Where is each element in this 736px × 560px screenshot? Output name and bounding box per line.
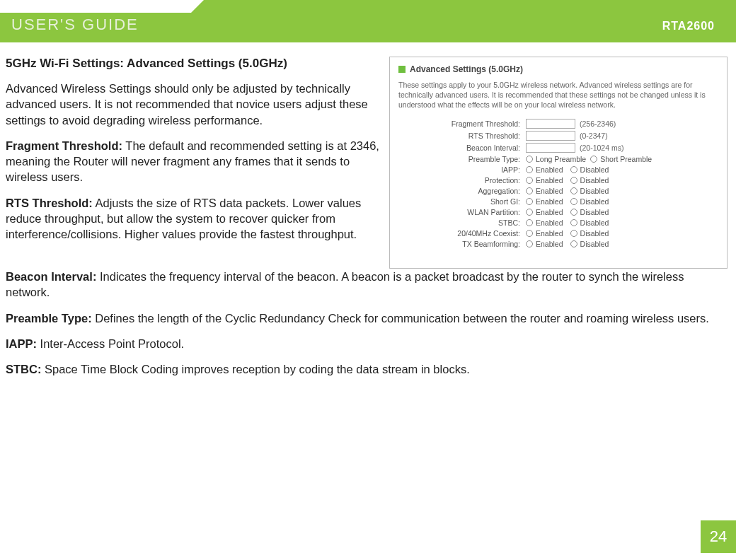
preamble-paragraph: Preamble Type: Defines the length of the…: [6, 310, 728, 326]
lbl-wlan: WLAN Partition:: [441, 208, 526, 216]
radio-icon[interactable]: [570, 187, 577, 194]
row-shortgi: Short GI: Enabled Disabled: [441, 197, 718, 206]
iapp-paragraph: IAPP: Inter-Access Point Protocol.: [6, 336, 728, 351]
stbc-label: STBC:: [6, 363, 41, 375]
row-preamble: Preamble Type: Long Preamble Short Pream…: [441, 155, 718, 163]
radio-icon[interactable]: [570, 166, 577, 173]
radio-icon[interactable]: [570, 198, 577, 205]
hint-fragment: (256-2346): [580, 119, 616, 128]
preamble-text: Defines the length of the Cyclic Redunda…: [92, 312, 709, 325]
input-rts[interactable]: [526, 131, 575, 141]
opt-protection-enabled: Enabled: [536, 176, 563, 185]
page-number: 24: [701, 520, 736, 553]
row-iapp: IAPP: Enabled Disabled: [441, 165, 718, 174]
opt-protection-disabled: Disabled: [580, 176, 609, 185]
opt-txbeam-enabled: Enabled: [536, 240, 563, 248]
beacon-label: Beacon Interval:: [6, 270, 96, 283]
row-aggregation: Aggregation: Enabled Disabled: [441, 187, 718, 195]
radio-icon[interactable]: [570, 230, 577, 237]
screenshot-description: These settings apply to your 5.0GHz wire…: [398, 80, 718, 110]
doc-title: USER'S GUIDE: [11, 16, 139, 34]
green-square-icon: [398, 66, 406, 73]
section-title: 5GHz Wi-Fi Settings: Advanced Settings (…: [6, 57, 382, 71]
radio-icon[interactable]: [526, 177, 533, 184]
opt-stbc-enabled: Enabled: [536, 218, 563, 227]
opt-shortgi-disabled: Disabled: [580, 197, 609, 206]
radio-icon[interactable]: [526, 156, 533, 163]
opt-long-preamble: Long Preamble: [536, 155, 586, 163]
radio-icon[interactable]: [526, 166, 533, 173]
row-protection: Protection: Enabled Disabled: [441, 176, 718, 185]
screenshot-title: Advanced Settings (5.0GHz): [410, 64, 523, 74]
fragment-paragraph: Fragment Threshold: The default and reco…: [6, 138, 382, 185]
row-rts: RTS Threshold: (0-2347): [441, 131, 718, 141]
row-coexist: 20/40MHz Coexist: Enabled Disabled: [441, 229, 718, 238]
beacon-paragraph: Beacon Interval: Indicates the frequency…: [6, 269, 728, 301]
row-fragment: Fragment Threshold: (256-2346): [441, 119, 718, 129]
lbl-protection: Protection:: [441, 176, 526, 185]
radio-icon[interactable]: [590, 156, 597, 163]
fragment-label: Fragment Threshold:: [6, 139, 122, 152]
header-tab-decoration: [0, 0, 191, 13]
iapp-text: Inter-Access Point Protocol.: [37, 337, 184, 350]
radio-icon[interactable]: [526, 240, 533, 247]
lbl-fragment: Fragment Threshold:: [441, 119, 526, 128]
hint-beacon: (20-1024 ms): [580, 144, 623, 152]
radio-icon[interactable]: [526, 219, 533, 226]
opt-iapp-disabled: Disabled: [580, 165, 609, 174]
opt-coexist-enabled: Enabled: [536, 229, 563, 238]
intro-paragraph: Advanced Wireless Settings should only b…: [6, 81, 382, 128]
input-fragment[interactable]: [526, 119, 575, 129]
settings-screenshot: Advanced Settings (5.0GHz) These setting…: [389, 57, 728, 269]
radio-icon[interactable]: [526, 198, 533, 205]
opt-txbeam-disabled: Disabled: [580, 240, 609, 248]
hint-rts: (0-2347): [580, 132, 608, 140]
rts-label: RTS Threshold:: [6, 197, 93, 209]
radio-icon[interactable]: [570, 219, 577, 226]
lbl-coexist: 20/40MHz Coexist:: [441, 229, 526, 238]
opt-aggregation-disabled: Disabled: [580, 187, 609, 195]
lbl-iapp: IAPP:: [441, 165, 526, 174]
radio-icon[interactable]: [526, 209, 533, 216]
body-left-column: 5GHz Wi-Fi Settings: Advanced Settings (…: [6, 57, 382, 269]
radio-icon[interactable]: [570, 209, 577, 216]
lbl-beacon: Beacon Interval:: [441, 144, 526, 152]
opt-stbc-disabled: Disabled: [580, 218, 609, 227]
lbl-stbc: STBC:: [441, 218, 526, 227]
row-txbeam: TX Beamforming: Enabled Disabled: [441, 240, 718, 248]
screenshot-title-row: Advanced Settings (5.0GHz): [398, 64, 718, 74]
opt-shortgi-enabled: Enabled: [536, 197, 563, 206]
lbl-txbeam: TX Beamforming:: [441, 240, 526, 248]
lbl-aggregation: Aggregation:: [441, 187, 526, 195]
radio-icon[interactable]: [526, 230, 533, 237]
input-beacon[interactable]: [526, 143, 575, 153]
lbl-preamble: Preamble Type:: [441, 155, 526, 163]
opt-wlan-disabled: Disabled: [580, 208, 609, 216]
preamble-label: Preamble Type:: [6, 312, 92, 325]
opt-iapp-enabled: Enabled: [536, 165, 563, 174]
model-number: RTA2600: [662, 20, 715, 33]
lbl-rts: RTS Threshold:: [441, 132, 526, 140]
lbl-shortgi: Short GI:: [441, 197, 526, 206]
radio-icon[interactable]: [570, 177, 577, 184]
row-wlan: WLAN Partition: Enabled Disabled: [441, 208, 718, 216]
opt-coexist-disabled: Disabled: [580, 229, 609, 238]
stbc-text: Space Time Block Coding improves recepti…: [41, 363, 469, 375]
row-stbc: STBC: Enabled Disabled: [441, 218, 718, 227]
screenshot-form: Fragment Threshold: (256-2346) RTS Thres…: [398, 119, 718, 248]
radio-icon[interactable]: [570, 240, 577, 247]
stbc-paragraph: STBC: Space Time Block Coding improves r…: [6, 361, 728, 377]
iapp-label: IAPP:: [6, 337, 37, 350]
opt-aggregation-enabled: Enabled: [536, 187, 563, 195]
opt-wlan-enabled: Enabled: [536, 208, 563, 216]
rts-paragraph: RTS Threshold: Adjusts the size of RTS d…: [6, 195, 382, 243]
row-beacon: Beacon Interval: (20-1024 ms): [441, 143, 718, 153]
opt-short-preamble: Short Preamble: [600, 155, 652, 163]
page-header: USER'S GUIDE RTA2600: [0, 0, 736, 42]
beacon-text: Indicates the frequency interval of the …: [6, 270, 684, 298]
radio-icon[interactable]: [526, 187, 533, 194]
